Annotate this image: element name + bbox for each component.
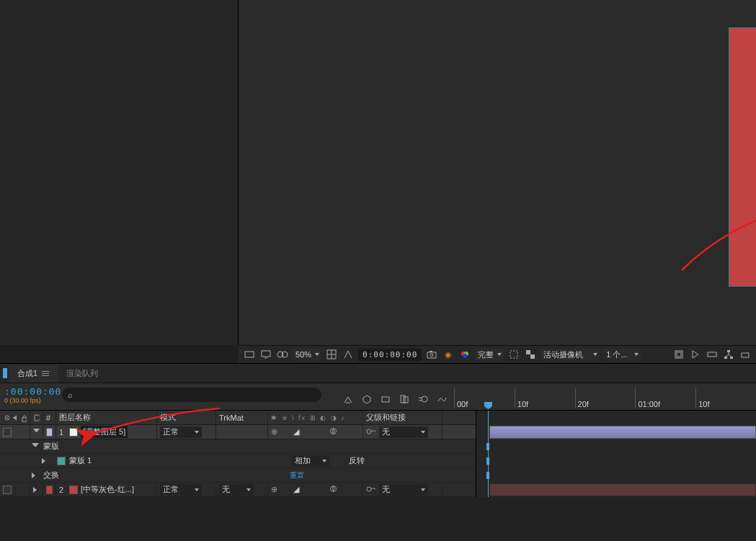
- blend-mode-dropdown[interactable]: 正常: [160, 484, 202, 496]
- svg-point-25: [463, 354, 467, 358]
- svg-rect-41: [404, 397, 408, 403]
- svg-point-42: [422, 396, 427, 402]
- tab-composition[interactable]: 合成1: [9, 365, 58, 383]
- twirl-toggle[interactable]: [33, 429, 40, 436]
- reset-link[interactable]: 重置: [290, 470, 304, 480]
- parent-dropdown[interactable]: 无: [379, 426, 428, 438]
- svg-rect-27: [526, 350, 530, 354]
- shy-icon[interactable]: [379, 393, 392, 406]
- viewport-timecode[interactable]: 0:00:00:00: [358, 349, 422, 361]
- svg-rect-12: [245, 352, 254, 357]
- switch-collapse-icon[interactable]: ⊕: [271, 427, 277, 437]
- view-layout-dropdown[interactable]: 1 个...: [603, 348, 641, 361]
- switch-collapse-icon[interactable]: ⊕: [271, 485, 277, 494]
- svg-rect-22: [430, 351, 432, 352]
- timeline-icon[interactable]: [706, 348, 719, 361]
- svg-rect-20: [427, 352, 436, 358]
- switch-adjustment-icon[interactable]: ◢: [293, 427, 299, 437]
- mask-color-swatch[interactable]: [57, 457, 66, 465]
- layer-search-input[interactable]: ⌕: [62, 388, 321, 402]
- layer-number: 1: [56, 428, 66, 437]
- render-icon[interactable]: [739, 348, 752, 361]
- twirl-toggle[interactable]: [32, 472, 39, 479]
- frame-blend-icon[interactable]: [398, 393, 411, 406]
- color-mgmt-icon[interactable]: [458, 348, 471, 361]
- switch-3d-icon[interactable]: [329, 427, 337, 437]
- time-ruler[interactable]: 00f 10f 20f 01:00f 10f: [454, 383, 756, 410]
- ruler-tick: 10f: [515, 388, 575, 408]
- svg-rect-32: [727, 350, 730, 352]
- layer-number: 2: [56, 486, 66, 494]
- svg-rect-38: [742, 353, 749, 357]
- flowchart-icon[interactable]: [722, 348, 735, 361]
- timeline-empty-area[interactable]: [0, 497, 756, 541]
- composition-viewport[interactable]: [239, 0, 756, 345]
- layer-name[interactable]: [中等灰色-红...]: [81, 484, 134, 495]
- blend-mode-dropdown[interactable]: 正常: [160, 426, 202, 438]
- mask-mode-dropdown[interactable]: 相加: [292, 455, 329, 467]
- trkmat-dropdown[interactable]: 无: [219, 484, 254, 496]
- switches-column: ✱ ※ \ fx ⊞ ◐ ◑ ♪: [268, 411, 363, 425]
- ruler-tick: 10f: [695, 388, 756, 408]
- twirl-toggle[interactable]: [32, 443, 39, 450]
- proxy-toggle-icon[interactable]: [342, 348, 355, 361]
- grid-icon[interactable]: [325, 348, 338, 361]
- mode-column[interactable]: 模式: [157, 411, 216, 425]
- parent-dropdown[interactable]: 无: [379, 484, 428, 496]
- snapshot-icon[interactable]: [425, 348, 438, 361]
- channel-icon[interactable]: ◉: [442, 348, 455, 361]
- fast-preview-icon[interactable]: [689, 348, 702, 361]
- layer-color-swatch[interactable]: [69, 486, 78, 494]
- graph-editor-icon[interactable]: [435, 393, 448, 406]
- trkmat-column[interactable]: TrkMat: [216, 411, 268, 425]
- mask1-row[interactable]: 蒙版 1 相加 反转: [0, 454, 476, 468]
- svg-rect-26: [510, 351, 517, 358]
- viewport-toolbar: 50% 0:00:00:00 ◉ 完整 活动摄像机 1 个...: [239, 345, 756, 363]
- twirl-toggle[interactable]: [33, 486, 40, 493]
- transparency-grid-icon[interactable]: [524, 348, 537, 361]
- svg-point-49: [367, 429, 371, 434]
- svg-rect-28: [530, 354, 535, 359]
- timeline-tabs: 合成1 渲染队列: [0, 363, 756, 383]
- svg-point-51: [367, 487, 371, 491]
- draft-3d-icon[interactable]: [360, 393, 373, 406]
- pickwhip-icon[interactable]: [366, 427, 376, 437]
- layer-bar-adjustment[interactable]: [489, 426, 756, 439]
- mask-toggle-icon[interactable]: [276, 348, 289, 361]
- ruler-tick: 01:00f: [635, 388, 695, 408]
- mask-invert-label[interactable]: 反转: [349, 455, 365, 466]
- project-panel[interactable]: [0, 0, 239, 345]
- pickwhip-icon[interactable]: [366, 485, 376, 495]
- svg-rect-30: [677, 352, 681, 357]
- transform-row[interactable]: 交换 重置: [0, 468, 476, 483]
- tab-menu-icon[interactable]: [42, 371, 49, 376]
- pixel-aspect-icon[interactable]: [672, 348, 685, 361]
- switch-3d-icon[interactable]: [329, 485, 337, 494]
- magnify-ratio-icon[interactable]: [243, 348, 256, 361]
- layer-bar-solid[interactable]: [489, 483, 756, 496]
- layer-row-solid[interactable]: 2 [中等灰色-红...] 正常 无 ⊕ ◢ 无: [0, 483, 476, 497]
- layer-color-swatch[interactable]: [69, 428, 78, 437]
- mask-group-row[interactable]: 蒙版: [0, 439, 476, 454]
- display-icon[interactable]: [259, 348, 272, 361]
- layer-row-adjustment[interactable]: 1 [调整图层 5] 正常 ⊕ ◢ 无: [0, 425, 476, 439]
- label-column-icon: [33, 413, 40, 422]
- lock-column-icon: [20, 413, 27, 422]
- current-time-display[interactable]: :00:00:00 0 (30.00 fps): [0, 383, 62, 410]
- twirl-toggle[interactable]: [42, 457, 49, 465]
- name-column[interactable]: 图层名称: [56, 411, 157, 425]
- motion-blur-icon[interactable]: [417, 393, 430, 406]
- tab-render-queue[interactable]: 渲染队列: [58, 365, 107, 383]
- parent-column[interactable]: 父级和链接: [363, 411, 443, 425]
- camera-dropdown[interactable]: 活动摄像机: [541, 348, 600, 361]
- switch-quality-icon[interactable]: ◢: [293, 485, 299, 494]
- comp-mini-flowchart-icon[interactable]: [342, 393, 355, 406]
- svg-point-46: [6, 417, 8, 419]
- zoom-dropdown[interactable]: 50%: [293, 348, 321, 361]
- mask-path[interactable]: [729, 27, 756, 287]
- layer-name[interactable]: [调整图层 5]: [81, 426, 128, 438]
- active-tab-indicator: [3, 368, 7, 378]
- resolution-dropdown[interactable]: 完整: [475, 348, 504, 361]
- svg-rect-34: [730, 357, 733, 359]
- roi-icon[interactable]: [507, 348, 520, 361]
